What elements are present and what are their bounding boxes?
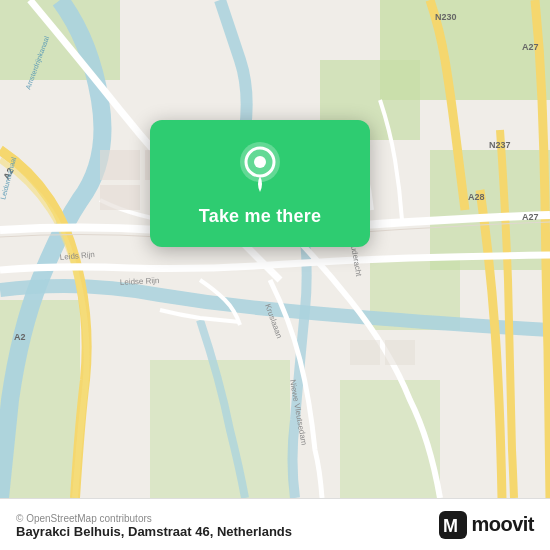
app: A2 A2 N230 A27 A27 N237 A28 Leids Rijn L… bbox=[0, 0, 550, 550]
svg-text:N230: N230 bbox=[435, 12, 457, 22]
bottom-bar: © OpenStreetMap contributors Bayrakci Be… bbox=[0, 498, 550, 550]
location-pin-icon bbox=[236, 140, 284, 196]
svg-rect-31 bbox=[385, 340, 415, 365]
map-container: A2 A2 N230 A27 A27 N237 A28 Leids Rijn L… bbox=[0, 0, 550, 498]
action-card[interactable]: Take me there bbox=[150, 120, 370, 247]
take-me-there-button-label: Take me there bbox=[199, 206, 321, 227]
svg-text:M: M bbox=[443, 516, 458, 536]
map-attribution: © OpenStreetMap contributors bbox=[16, 513, 292, 524]
svg-rect-27 bbox=[100, 185, 140, 210]
svg-text:A27: A27 bbox=[522, 42, 539, 52]
moovit-logo: M moovit bbox=[439, 511, 534, 539]
svg-rect-25 bbox=[100, 150, 140, 180]
svg-rect-30 bbox=[350, 340, 380, 365]
svg-text:A28: A28 bbox=[468, 192, 485, 202]
svg-point-34 bbox=[254, 156, 266, 168]
moovit-logo-text: moovit bbox=[471, 513, 534, 536]
svg-text:A27: A27 bbox=[522, 212, 539, 222]
moovit-logo-icon: M bbox=[439, 511, 467, 539]
location-info: © OpenStreetMap contributors Bayrakci Be… bbox=[16, 511, 292, 539]
svg-text:A2: A2 bbox=[14, 332, 26, 342]
svg-text:N237: N237 bbox=[489, 140, 511, 150]
location-name: Bayrakci Belhuis, Damstraat 46, Netherla… bbox=[16, 524, 292, 539]
